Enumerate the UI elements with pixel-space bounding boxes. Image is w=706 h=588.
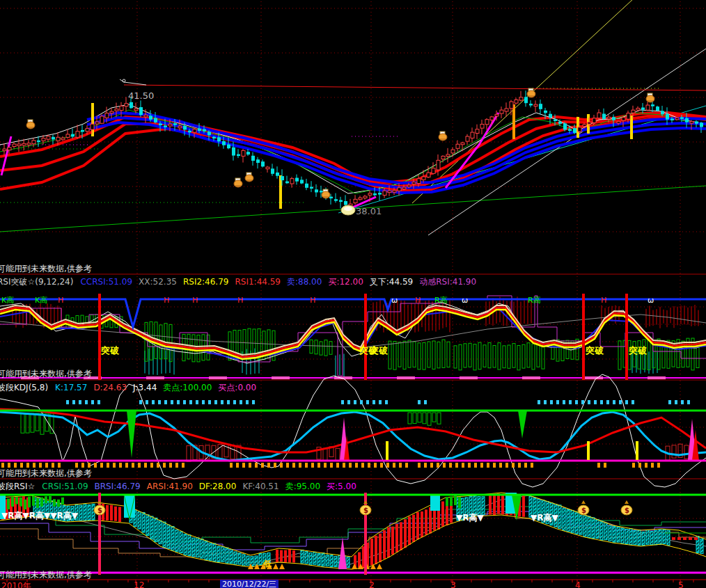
future-data-note: 可能用到未来数据,供参考 (0, 263, 92, 275)
breakout-signal-line (625, 294, 628, 380)
indicator-field: DF:28.00 (199, 482, 237, 491)
indicator-field: RSI2:46.79 (183, 277, 229, 287)
panel-rsi-header: RSI突破☆(9,12,24)CCRSI:51.09XX:52.35RSI2:4… (0, 276, 489, 288)
indicator-field: 卖:88.00 (287, 277, 322, 287)
svg-text:H: H (164, 296, 169, 305)
svg-text:$: $ (625, 507, 629, 514)
svg-text:H: H (415, 296, 421, 305)
future-data-note: 可能用到未来数据,供参考 (0, 468, 92, 479)
indicator-field: 买点:0.00 (218, 383, 256, 392)
svg-text:ω: ω (648, 296, 654, 305)
svg-text:R高: R高 (434, 296, 448, 305)
hand-down-icon (527, 88, 535, 97)
svg-text:突破: 突破 (369, 345, 389, 356)
svg-text:低: 低 (262, 559, 272, 569)
money-bag-icon: $ (360, 500, 371, 515)
trading-app-window: 41.5038.01K高K高HHHHHωHR高ωR高Hω突破突破突破突破突破$$… (0, 0, 706, 588)
hand-down-icon (439, 132, 447, 141)
svg-text:▼R高▼: ▼R高▼ (456, 513, 484, 523)
indicator-field: CCRSI:51.09 (80, 277, 132, 287)
svg-text:H: H (310, 296, 315, 305)
svg-text:$: $ (97, 507, 102, 514)
indicator-field: K:17.57 (55, 383, 87, 392)
indicator-field: KF:40.51 (242, 482, 279, 491)
svg-text:H: H (192, 296, 198, 305)
indicator-field: 卖点:100.00 (163, 383, 212, 392)
indicator-field: D:24.63 (93, 383, 127, 392)
svg-text:$: $ (363, 507, 368, 514)
indicator-field: BRSI:46.79 (95, 482, 141, 491)
breakout-signal-line (582, 294, 585, 380)
indicator-field: 动感RSI:41.90 (419, 277, 476, 287)
svg-text:K高: K高 (1, 296, 14, 305)
hand-down-icon (646, 93, 654, 102)
svg-text:ω: ω (462, 296, 468, 305)
breakout-signal-line (98, 294, 101, 380)
indicator-field: ARSI:41.90 (147, 482, 193, 491)
indicator-field: J:3.44 (133, 383, 157, 392)
hand-down-icon (26, 120, 35, 129)
svg-text:突破: 突破 (628, 345, 648, 356)
svg-text:H: H (58, 296, 63, 305)
selected-date-box[interactable]: 2010/12/22/三 (220, 580, 279, 588)
svg-text:38.01: 38.01 (356, 206, 382, 216)
axis-label: 4 (575, 580, 581, 588)
indicator-field: RSI1:44.59 (235, 277, 281, 287)
svg-text:ω: ω (391, 296, 398, 305)
axis-label: 2010年 (1, 580, 31, 588)
breakout-signal-line (364, 294, 367, 380)
money-bag-icon: $ (578, 500, 589, 515)
panel-brsi-header: 波段RSI☆CRSI:51.09BRSI:46.79ARSI:41.90DF:2… (0, 481, 369, 493)
hand-down-icon (234, 178, 242, 187)
svg-text:R高: R高 (528, 296, 541, 305)
panel-kdj-title: 波段KDJ(5,8) (0, 383, 48, 392)
future-data-note: 可能用到未来数据,供参考 (0, 569, 92, 581)
indicator-field: 买:5.00 (327, 482, 356, 491)
panel-rsi-title: RSI突破☆(9,12,24) (0, 277, 73, 287)
chart-canvas[interactable]: 41.5038.01K高K高HHHHHωHR高ωR高Hω突破突破突破突破突破$$… (0, 0, 706, 588)
future-data-note: 可能用到未来数据,供参考 (0, 368, 92, 380)
svg-text:H: H (601, 296, 606, 305)
axis-label: 2 (369, 580, 375, 588)
axis-label: 3 (450, 580, 456, 588)
svg-text:H: H (237, 296, 243, 305)
svg-text:41.50: 41.50 (128, 90, 154, 101)
svg-text:突破: 突破 (100, 345, 120, 356)
gold-ingot-icon (341, 205, 355, 215)
svg-text:▼R高▼R高▼▼R高▼: ▼R高▼R高▼▼R高▼ (1, 511, 79, 521)
svg-text:K高: K高 (35, 296, 47, 305)
svg-text:▼R高▼: ▼R高▼ (531, 513, 558, 523)
hand-down-icon (245, 173, 253, 182)
indicator-field: 买:12.00 (328, 277, 363, 287)
axis-label: 5 (678, 580, 684, 588)
axis-label: 12 (134, 580, 144, 588)
indicator-field: XX:52.35 (139, 277, 177, 287)
indicator-field: CRSI:51.09 (42, 482, 88, 491)
panel-brsi-plot: $$$$ (0, 493, 706, 575)
panel-kdj-header: 波段KDJ(5,8)K:17.57D:24.63J:3.44卖点:100.00买… (0, 382, 269, 394)
indicator-field: 卖:95.00 (285, 482, 320, 491)
svg-text:$: $ (581, 507, 586, 514)
candlesticks (3, 90, 703, 212)
money-bag-icon: $ (621, 500, 632, 515)
svg-text:突破: 突破 (585, 345, 604, 356)
panel-brsi-title: 波段RSI☆ (0, 482, 35, 491)
panel-rsi-plot (0, 294, 706, 380)
indicator-field: 叉下:44.59 (370, 277, 413, 287)
hand-down-icon (322, 189, 330, 198)
time-axis-marks (0, 580, 706, 585)
